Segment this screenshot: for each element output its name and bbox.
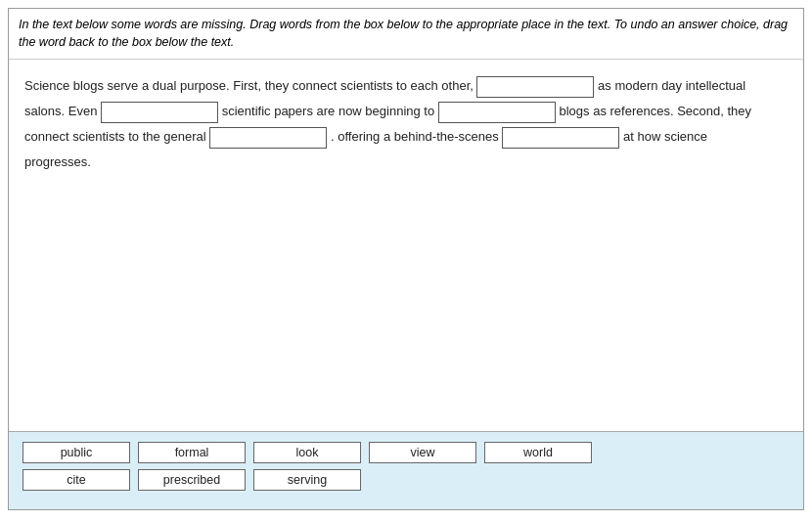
passage-s2p1: salons. Even: [24, 104, 97, 118]
passage-s3p2: . offering a behind-the-scenes: [331, 129, 499, 144]
word-tile-world[interactable]: world: [484, 442, 592, 463]
word-tile-serving[interactable]: serving: [253, 469, 361, 491]
word-tile-look[interactable]: look: [253, 442, 361, 463]
passage-s3p1: connect scientists to the general: [24, 129, 206, 144]
blank-4[interactable]: [209, 127, 327, 149]
word-bank: public formal look view world cite presc…: [9, 431, 803, 509]
word-tile-formal[interactable]: formal: [138, 442, 246, 463]
blank-2[interactable]: [101, 102, 218, 123]
word-tile-public[interactable]: public: [23, 442, 130, 463]
word-tile-prescribed[interactable]: prescribed: [138, 469, 246, 491]
blank-1[interactable]: [476, 76, 594, 98]
word-tile-view[interactable]: view: [369, 442, 476, 463]
instructions-text: In the text below some words are missing…: [9, 9, 803, 60]
blank-5[interactable]: [502, 127, 619, 149]
passage-s3p3: at how science: [623, 129, 707, 144]
passage-s2p2: scientific papers are now beginning to: [222, 104, 435, 118]
blank-3[interactable]: [438, 102, 556, 123]
passage-s1p1: Science blogs serve a dual purpose. Firs…: [24, 78, 474, 93]
passage-s1p2: as modern day intellectual: [598, 78, 745, 93]
passage-s4: progresses.: [24, 154, 91, 169]
word-bank-row-1: public formal look view world: [23, 442, 789, 463]
word-tile-cite[interactable]: cite: [23, 469, 130, 491]
passage-s2p3: blogs as references. Second, they: [559, 104, 751, 118]
word-bank-row-2: cite prescribed serving: [23, 469, 789, 491]
passage-area: Science blogs serve a dual purpose. Firs…: [9, 60, 803, 431]
main-container: In the text below some words are missing…: [8, 8, 804, 510]
